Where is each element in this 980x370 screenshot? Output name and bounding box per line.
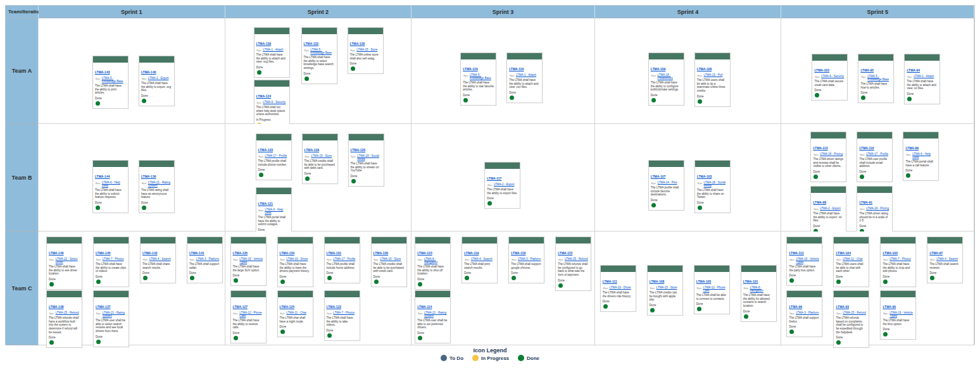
card-id-link[interactable]: LTMA-130 [374,251,389,255]
story-card[interactable]: LTMA-109EpicLTMA-16 - PreferencesThe LTM… [648,52,684,106]
card-id-link[interactable]: LTMA-139 [256,42,272,46]
card-id-link[interactable]: LTMA-105 [696,280,712,283]
story-card[interactable]: LTMA-104EpicLTMA-11 - ChatThe LTMA users… [833,237,869,287]
card-id-link[interactable]: LTMA-128 [350,42,365,46]
card-id-link[interactable]: LTMA-143 [95,70,110,74]
story-card[interactable]: LTMA-128EpicLTMA-15 - StoreThe LTMA onli… [348,27,384,74]
epic-link[interactable]: LTMA-11 - Chat [286,311,306,314]
epic-link[interactable]: LTMA-22 - Select Driver [56,257,80,264]
card-id-link[interactable]: LTMA-108 [650,280,665,283]
epic-link[interactable]: LTMA-17 - Profile [265,154,287,157]
card-id-link[interactable]: LTMA-140 [141,70,156,74]
card-id-link[interactable]: LTMA-131 [327,251,342,255]
card-id-link[interactable]: LTMA-117 [487,176,501,180]
card-id-link[interactable]: LTMA-129 [305,148,320,152]
epic-link[interactable]: LTMA-12 - Phone Calls [703,286,727,292]
story-card[interactable]: LTMA-95EpicLTMA-5 - Knowledge BaseThe LT… [858,54,894,103]
card-id-link[interactable]: LTMA-121 [258,202,273,206]
epic-link[interactable]: LTMA-11 - Chat [843,257,862,261]
story-card[interactable]: LTMA-108EpicLTMA-15 - StoreThe LTMA cred… [647,265,683,316]
card-id-link[interactable]: LTMA-107 [651,175,666,178]
epic-link[interactable]: LTMA-18 - Social Media [357,154,381,161]
epic-link[interactable]: LTMA-5 - Knowledge Base [102,77,126,83]
epic-link[interactable]: LTMA-1 - Attach [914,75,934,78]
story-card[interactable]: LTMA-129EpicLTMA-15 - StoreThe LTMA cred… [302,133,338,184]
epic-link[interactable]: LTMA-9 - Security [821,75,844,78]
story-card[interactable]: LTMA-106EpicLTMA-13 - PollThe LTMA users… [694,52,731,107]
epic-link[interactable]: LTMA-8 - Navigation [750,286,774,292]
card-id-link[interactable]: LTMA-90 [883,305,896,309]
story-card[interactable]: LTMA-117EpicLTMA-2 - ExportThe LTMA shal… [484,162,520,209]
card-id-link[interactable]: LTMA-146 [49,251,64,255]
epic-link[interactable]: LTMA-19 - Vehicle Types [239,257,263,264]
epic-link[interactable]: LTMA-13 - Poll [704,73,723,77]
card-id-link[interactable]: LTMA-125 [280,305,295,309]
epic-link[interactable]: LTMA-17 - Profile [866,152,888,156]
story-card[interactable]: LTMA-90EpicLTMA-19 - Vehicle TypesThe LT… [880,290,916,340]
epic-link[interactable]: LTMA-1 - Attach [263,48,283,51]
card-id-link[interactable]: LTMA-94 [907,68,920,72]
card-id-link[interactable]: LTMA-102 [814,68,829,72]
story-card[interactable]: LTMA-123EpicLTMA-8 - NavigationThe LTMA … [415,237,451,290]
card-id-link[interactable]: LTMA-91 [859,200,872,204]
story-card[interactable]: LTMA-103EpicLTMA-18 - Social MediaThe LT… [694,160,731,213]
story-card[interactable]: LTMA-107EpicLTMA-14 - PinsThe LTMA profi… [648,160,684,211]
epic-link[interactable]: LTMA-10 - Driver [610,286,631,289]
epic-link[interactable]: LTMA-7 - Photos [103,257,124,261]
card-id-link[interactable]: LTMA-109 [651,67,666,71]
story-card[interactable]: LTMA-134EpicLTMA-10 - DriverThe LTMA sha… [277,237,313,287]
epic-link[interactable]: LTMA-25 - Refund [565,257,588,261]
story-card[interactable]: LTMA-131EpicLTMA-17 - ProfileThe LTMA pr… [324,237,360,283]
story-card[interactable]: LTMA-132EpicLTMA-5 - Knowledge BaseThe L… [301,27,337,84]
card-id-link[interactable]: LTMA-114 [417,305,432,309]
story-card[interactable]: LTMA-111EpicLTMA-10 - DriverThe LTMA sha… [600,265,636,312]
story-card[interactable]: LTMA-133EpicLTMA-17 - ProfileThe LTMA pr… [256,133,292,180]
story-card[interactable]: LTMA-142EpicLTMA-4 - SearchThe LTMA shal… [140,237,176,283]
story-card[interactable]: LTMA-116EpicLTMA-1 - AttachThe LTMA shal… [506,52,543,103]
story-card[interactable]: LTMA-146EpicLTMA-22 - Select DriverThe L… [46,237,82,290]
card-id-link[interactable]: LTMA-134 [280,251,295,255]
story-card[interactable]: LTMA-110EpicLTMA-17 - ProfileThe LTMA us… [857,132,893,182]
story-card[interactable]: LTMA-94EpicLTMA-1 - AttachThe LTMA shall… [904,54,940,104]
card-id-link[interactable]: LTMA-97 [929,251,943,255]
story-card[interactable]: LTMA-115EpicLTMA-25 - RefundThe LTMA ref… [555,237,591,291]
card-id-link[interactable]: LTMA-132 [304,42,319,46]
card-id-link[interactable]: LTMA-116 [509,67,524,71]
epic-link[interactable]: LTMA-10 - Driver [286,257,308,261]
epic-link[interactable]: LTMA-24 - Pricing [820,152,843,156]
card-id-link[interactable]: LTMA-119 [464,251,479,255]
card-id-link[interactable]: LTMA-100 [883,251,898,255]
story-card[interactable]: LTMA-126EpicLTMA-18 - Social MediaThe LT… [348,133,384,187]
card-id-link[interactable]: LTMA-113 [813,146,827,150]
card-id-link[interactable]: LTMA-103 [697,175,712,178]
story-card[interactable]: LTMA-96EpicLTMA-3 - PlatformThe LTMA sha… [786,290,822,337]
epic-link[interactable]: LTMA-2 - Export [494,183,515,186]
card-id-link[interactable]: LTMA-115 [558,251,572,255]
card-id-link[interactable]: LTMA-124 [256,94,272,98]
epic-link[interactable]: LTMA-12 - Phone Calls [239,311,263,318]
story-card[interactable]: LTMA-140EpicLTMA-2 - ExportThe LTMA shal… [139,56,175,106]
epic-link[interactable]: LTMA-4 - Search [936,257,958,261]
card-id-link[interactable]: LTMA-96 [789,305,802,309]
story-card[interactable]: LTMA-120EpicLTMA-5 - Knowledge BaseThe L… [460,52,496,106]
story-card[interactable]: LTMA-102EpicLTMA-9 - SecurityThe LTMA sh… [812,54,848,101]
card-id-link[interactable]: LTMA-142 [142,251,158,255]
story-card[interactable]: LTMA-143EpicLTMA-5 - Knowledge BaseThe L… [92,56,129,109]
story-card[interactable]: LTMA-137EpicLTMA-21 - Rating SystemThe L… [93,290,129,347]
story-card[interactable]: LTMA-127EpicLTMA-12 - Phone CallsThe LTM… [230,290,267,343]
epic-link[interactable]: LTMA-3 - Platform [518,257,541,261]
card-id-link[interactable]: LTMA-123 [417,251,432,255]
epic-link[interactable]: LTMA-14 - Pins [658,181,677,184]
epic-link[interactable]: LTMA-6 - Help Desk [102,181,126,187]
card-id-link[interactable]: LTMA-135 [233,251,248,255]
epic-link[interactable]: LTMA-2 - Export [148,77,169,80]
story-card[interactable]: LTMA-112EpicLTMA-19 - Vehicle TypesThe L… [786,237,822,286]
epic-link[interactable]: LTMA-21 - Rating System [103,311,127,318]
card-id-link[interactable]: LTMA-120 [463,67,478,71]
card-id-link[interactable]: LTMA-126 [351,148,366,152]
card-id-link[interactable]: LTMA-137 [96,305,111,309]
epic-link[interactable]: LTMA-24 - Pricing [866,207,889,210]
epic-link[interactable]: LTMA-9 - Security [263,101,286,104]
card-id-link[interactable]: LTMA-101 [743,280,758,283]
epic-link[interactable]: LTMA-2 - Export [820,207,841,210]
